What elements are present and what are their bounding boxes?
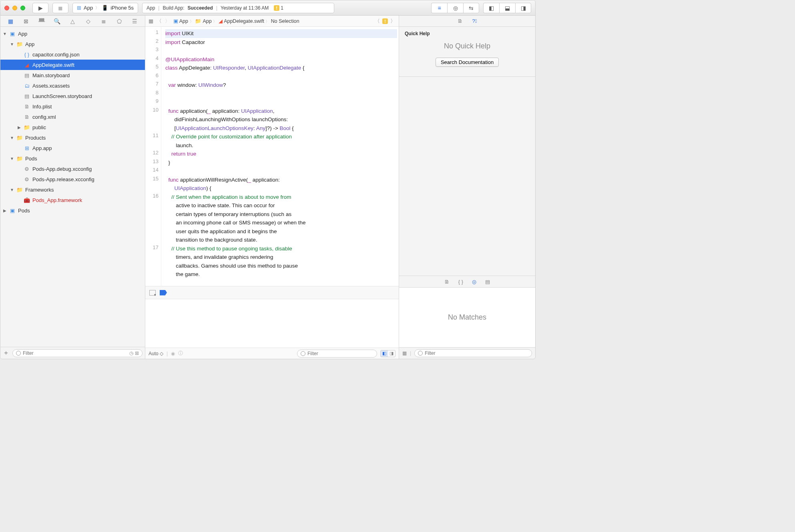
tree-row[interactable]: ▶▤Main.storyboard (0, 70, 145, 80)
find-navigator-tab[interactable]: 🔍 (53, 17, 62, 25)
forward-button[interactable]: 〉 (165, 18, 170, 25)
quick-help-inspector-tab[interactable]: ?⃝ (472, 18, 477, 24)
variables-scope[interactable]: Auto ◇ (149, 351, 163, 356)
source-editor[interactable]: 1234567891011121314151617 import UIKitim… (145, 27, 399, 286)
toggle-inspector-button[interactable]: ◨ (515, 3, 531, 13)
line-gutter: 1234567891011121314151617 (145, 27, 161, 286)
library-filter-input[interactable] (425, 350, 528, 356)
tree-label: App (18, 31, 27, 37)
console-filter[interactable] (297, 350, 377, 358)
tree-row[interactable]: ▶🗎config.xml (0, 112, 145, 122)
library-tabs: 🗎 { } ◎ ▤ (399, 276, 535, 288)
navigator-filter-input[interactable] (23, 350, 127, 356)
file-inspector-tab[interactable]: 🗎 (458, 18, 463, 24)
tree-row[interactable]: ▼📁Products (0, 132, 145, 143)
quicklook-icon[interactable]: ◉ (171, 351, 175, 356)
symbol-navigator-tab[interactable]: ᚙ (37, 17, 46, 25)
app-icon: ⊞ (77, 5, 81, 11)
disclosure-arrow[interactable]: ▼ (10, 188, 14, 192)
project-navigator-tab[interactable]: ▦ (6, 17, 15, 25)
scheme-selector[interactable]: ⊞ App 〉 📱 iPhone 5s (72, 3, 138, 13)
breakpoint-toggle[interactable] (160, 290, 167, 296)
file-template-library-tab[interactable]: 🗎 (444, 279, 450, 285)
console-pane-toggle[interactable]: ◧ ◨ (380, 350, 395, 357)
assistant-editor-button[interactable]: ◎ (447, 3, 463, 13)
toggle-debug-area-button[interactable]: ⬓ (499, 3, 515, 13)
project-tree[interactable]: ▼▣App▼📁App▶{ }capacitor.config.json▶◢App… (0, 27, 145, 347)
source-control-navigator-tab[interactable]: ⊠ (22, 17, 30, 25)
tree-row[interactable]: ▼📁Pods (0, 153, 145, 164)
tree-row[interactable]: ▶🗎Info.plist (0, 101, 145, 112)
disclosure-arrow[interactable]: ▼ (3, 32, 7, 36)
tree-row[interactable]: ▶📁public (0, 122, 145, 132)
print-description-icon[interactable]: ⓘ (178, 350, 183, 357)
tree-row[interactable]: ▶⚙Pods-App.release.xcconfig (0, 174, 145, 184)
file-icon: 📁 (16, 156, 23, 162)
library-filter[interactable] (414, 349, 532, 357)
console-pane-toggle-right[interactable]: ◨ (388, 350, 395, 357)
console-filter-input[interactable] (307, 351, 373, 356)
issue-warning-icon[interactable]: ! (382, 18, 388, 24)
breadcrumb[interactable]: ▣ App 〉 📁 App 〉 ◢ AppDelegate.swift 〉 No… (173, 18, 299, 24)
zoom-window-button[interactable] (20, 6, 25, 10)
tree-row[interactable]: ▶🗂Assets.xcassets (0, 80, 145, 91)
tree-row[interactable]: ▼📁Frameworks (0, 184, 145, 195)
debug-navigator-tab[interactable]: ≣ (99, 17, 108, 25)
navigator-filter[interactable]: ◷ ⊠ (12, 349, 143, 357)
search-documentation-button[interactable]: Search Documentation (436, 58, 499, 67)
code-content[interactable]: import UIKitimport Capacitor @UIApplicat… (161, 27, 399, 286)
tree-row[interactable]: ▶🧰Pods_App.framework (0, 195, 145, 205)
back-button[interactable]: 〈 (157, 18, 162, 25)
recent-filter-icon[interactable]: ◷ (129, 350, 133, 356)
device-icon: 📱 (102, 5, 108, 11)
prev-issue-button[interactable]: 〈 (375, 18, 380, 25)
tree-label: Pods-App.debug.xcconfig (32, 166, 92, 172)
standard-editor-button[interactable]: ≡ (431, 3, 447, 13)
tree-row[interactable]: ▶▤LaunchScreen.storyboard (0, 91, 145, 101)
disclosure-arrow[interactable]: ▶ (17, 125, 21, 130)
toggle-navigator-button[interactable]: ◧ (483, 3, 499, 13)
stop-button[interactable]: ◼ (52, 3, 68, 13)
close-window-button[interactable] (4, 6, 9, 10)
variables-pane-toggle[interactable]: ◧ (381, 350, 388, 357)
object-library-tab[interactable]: ◎ (472, 279, 476, 285)
debug-view-toggle[interactable] (149, 290, 156, 296)
related-items-icon[interactable]: ▦ (149, 18, 153, 24)
tree-label: Main.storyboard (32, 72, 70, 78)
test-navigator-tab[interactable]: ◇ (84, 17, 92, 25)
tree-row[interactable]: ▼📁App (0, 39, 145, 49)
tree-row[interactable]: ▶⚙Pods-App.debug.xcconfig (0, 164, 145, 174)
navigator-tabs: ▦ ⊠ ᚙ 🔍 △ ◇ ≣ ⬠ ☰ (0, 16, 145, 27)
issue-navigator-tab[interactable]: △ (68, 17, 77, 25)
tree-row[interactable]: ▶{ }capacitor.config.json (0, 49, 145, 60)
quick-help-title: Quick Help (405, 31, 530, 36)
warning-badge[interactable]: ! 1 (272, 5, 285, 11)
version-editor-button[interactable]: ⇆ (463, 3, 479, 13)
tree-row[interactable]: ▶▣Pods (0, 205, 145, 216)
console-output[interactable] (145, 299, 399, 348)
tree-row[interactable]: ▼▣App (0, 28, 145, 39)
run-button[interactable]: ▶ (32, 3, 48, 13)
jump-bar[interactable]: ▦ 〈 〉 ▣ App 〉 📁 App 〉 ◢ AppDelegate.swif… (145, 16, 399, 27)
scm-filter-icon[interactable]: ⊠ (135, 350, 139, 356)
tree-label: Pods_App.framework (32, 197, 82, 203)
add-button[interactable]: ＋ (3, 349, 10, 357)
activity-viewer[interactable]: App | Build App: Succeeded | Yesterday a… (142, 3, 334, 13)
tree-row[interactable]: ▶◢AppDelegate.swift (0, 60, 145, 70)
inspector-panel: 🗎 ?⃝ Quick Help No Quick Help Search Doc… (399, 16, 535, 359)
disclosure-arrow[interactable]: ▼ (10, 156, 14, 161)
tree-row[interactable]: ▶⊞App.app (0, 143, 145, 153)
file-icon: 🗎 (23, 104, 30, 110)
report-navigator-tab[interactable]: ☰ (130, 17, 139, 25)
next-issue-button[interactable]: 〉 (390, 18, 395, 25)
debug-bar (145, 286, 399, 299)
disclosure-arrow[interactable]: ▼ (10, 42, 14, 46)
warning-count: 1 (281, 5, 283, 11)
minimize-window-button[interactable] (12, 6, 17, 10)
breakpoint-navigator-tab[interactable]: ⬠ (115, 17, 124, 25)
disclosure-arrow[interactable]: ▶ (3, 208, 7, 213)
media-library-tab[interactable]: ▤ (485, 279, 490, 285)
disclosure-arrow[interactable]: ▼ (10, 136, 14, 140)
library-view-toggle[interactable]: ▦ (402, 350, 407, 356)
code-snippet-library-tab[interactable]: { } (458, 279, 463, 285)
